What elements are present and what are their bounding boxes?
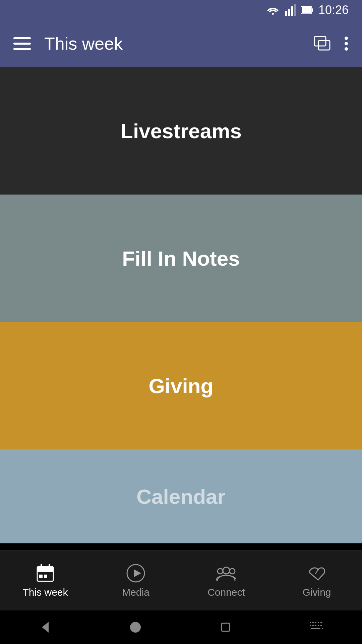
nav-item-connect[interactable]: Connect: [181, 563, 272, 598]
svg-point-21: [223, 567, 230, 574]
status-bar: 10:26: [0, 0, 362, 20]
svg-point-23: [230, 569, 235, 574]
svg-rect-27: [310, 622, 311, 623]
keyboard-button[interactable]: [309, 621, 324, 634]
hamburger-menu-button[interactable]: [13, 37, 31, 50]
svg-rect-37: [311, 628, 320, 629]
svg-rect-3: [291, 6, 293, 16]
svg-point-0: [272, 13, 274, 15]
media-icon: [126, 563, 146, 583]
nav-item-connect-label: Connect: [207, 587, 245, 598]
svg-rect-38: [322, 628, 323, 629]
home-button[interactable]: [129, 621, 142, 634]
giving-icon: [307, 563, 327, 583]
tile-calendar[interactable]: Calendar: [0, 449, 362, 543]
nav-item-media[interactable]: Media: [90, 563, 181, 598]
nav-item-media-label: Media: [122, 587, 149, 598]
status-icons: 10:26: [266, 3, 349, 17]
bottom-nav: This week Media Connect: [0, 550, 362, 610]
svg-point-11: [345, 42, 348, 45]
content-area: Livestreams Fill In Notes Giving Calenda…: [0, 67, 362, 550]
system-nav: [0, 610, 362, 644]
svg-rect-1: [285, 11, 287, 16]
nav-item-this-week-label: This week: [22, 587, 68, 598]
svg-rect-4: [294, 4, 296, 16]
svg-rect-7: [302, 7, 311, 13]
tile-giving-label: Giving: [149, 374, 214, 398]
connect-icon: [216, 563, 236, 583]
app-bar-right: [314, 36, 349, 51]
svg-rect-2: [288, 9, 290, 16]
tile-giving[interactable]: Giving: [0, 322, 362, 449]
more-options-button[interactable]: [344, 36, 349, 51]
svg-point-22: [218, 569, 223, 574]
svg-rect-29: [315, 622, 316, 623]
wifi-icon: [266, 5, 280, 15]
app-bar-left: This week: [13, 34, 123, 54]
svg-marker-20: [134, 569, 141, 577]
svg-rect-36: [320, 625, 322, 626]
svg-marker-24: [42, 622, 49, 633]
svg-point-12: [345, 47, 348, 51]
svg-rect-31: [320, 622, 322, 623]
svg-rect-8: [314, 37, 326, 46]
nav-item-this-week[interactable]: This week: [0, 563, 90, 598]
svg-rect-30: [318, 622, 319, 623]
svg-rect-35: [318, 625, 319, 626]
nav-item-giving[interactable]: Giving: [272, 563, 362, 598]
chat-icon-button[interactable]: [314, 36, 330, 51]
battery-icon: [301, 5, 313, 15]
recents-button[interactable]: [219, 621, 232, 634]
svg-rect-18: [44, 575, 47, 578]
tile-calendar-label: Calendar: [136, 485, 225, 508]
svg-rect-9: [318, 41, 330, 50]
back-button[interactable]: [39, 621, 52, 634]
svg-rect-26: [222, 623, 230, 631]
svg-point-10: [345, 37, 348, 40]
status-time: 10:26: [318, 3, 349, 17]
tile-fill-in-notes-label: Fill In Notes: [122, 247, 240, 270]
svg-rect-28: [312, 622, 314, 623]
tile-livestreams-label: Livestreams: [120, 119, 242, 143]
app-bar-title: This week: [44, 34, 123, 54]
this-week-icon: [35, 563, 55, 583]
svg-rect-32: [310, 625, 311, 626]
svg-rect-17: [39, 575, 43, 578]
svg-point-25: [130, 622, 141, 633]
app-bar: This week: [0, 20, 362, 67]
nav-item-giving-label: Giving: [302, 587, 331, 598]
svg-rect-33: [312, 625, 314, 626]
tile-fill-in-notes[interactable]: Fill In Notes: [0, 195, 362, 322]
tile-livestreams[interactable]: Livestreams: [0, 67, 362, 195]
svg-rect-14: [37, 567, 53, 572]
signal-icon: [285, 4, 296, 16]
svg-rect-34: [315, 625, 316, 626]
svg-rect-6: [312, 8, 313, 12]
